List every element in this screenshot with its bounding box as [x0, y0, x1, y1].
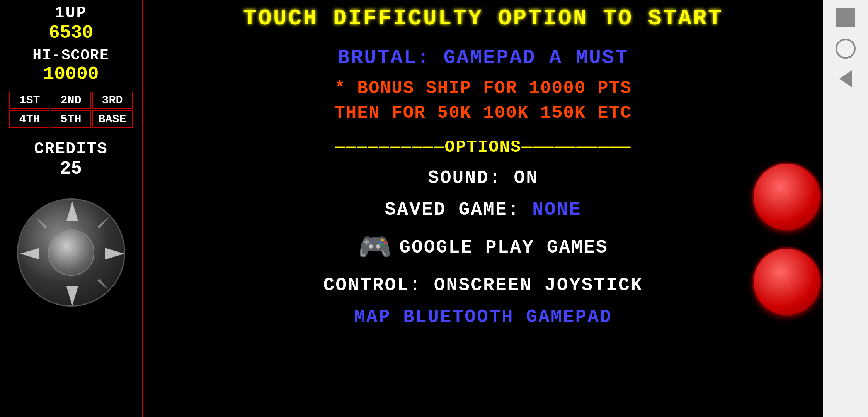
- bonus-text: * BONUS SHIP FOR 10000 PTS THEN FOR 50K …: [143, 76, 823, 126]
- credits-label: CREDITS: [34, 140, 107, 158]
- options-divider: ——————————OPTIONS——————————: [143, 137, 823, 157]
- bonus-line1: * BONUS SHIP FOR 10000 PTS: [143, 76, 823, 101]
- control-option[interactable]: CONTROL: ONSCREEN JOYSTICK: [143, 275, 823, 296]
- svg-marker-4: [36, 217, 47, 229]
- left-panel: 1UP 6530 HI-SCORE 10000 1ST 2ND 3RD 4TH …: [0, 0, 143, 417]
- joystick-inner[interactable]: [48, 229, 94, 276]
- android-back-button[interactable]: [839, 70, 852, 87]
- google-play-option[interactable]: 🎮 GOOGLE PLAY GAMES: [143, 231, 823, 264]
- player-score: 6530: [49, 22, 93, 43]
- action-button-a[interactable]: [752, 162, 822, 232]
- rank-4th: 4TH: [9, 110, 49, 128]
- rank-1st: 1ST: [9, 92, 49, 109]
- google-play-text: GOOGLE PLAY GAMES: [399, 237, 608, 258]
- saved-game-label: SAVED GAME:: [385, 199, 533, 220]
- rank-base: BASE: [92, 110, 133, 128]
- svg-marker-3: [105, 248, 124, 259]
- hi-score-label: HI-SCORE: [32, 47, 109, 64]
- joystick-outer[interactable]: [17, 198, 125, 307]
- rank-2nd: 2ND: [51, 92, 91, 109]
- android-home-button[interactable]: [836, 39, 856, 59]
- sound-option[interactable]: SOUND: ON: [143, 168, 823, 188]
- credits-value: 25: [60, 158, 82, 179]
- player-label: 1UP: [54, 4, 87, 22]
- bonus-line2: THEN FOR 50K 100K 150K ETC: [143, 101, 823, 125]
- action-button-b[interactable]: [752, 247, 822, 317]
- svg-marker-2: [20, 248, 39, 259]
- svg-marker-1: [66, 286, 78, 306]
- svg-marker-6: [36, 279, 47, 290]
- joystick-control[interactable]: [17, 198, 125, 307]
- game-title[interactable]: TOUCH DIFFICULTY OPTION TO START: [143, 6, 823, 31]
- android-recents-button[interactable]: [836, 8, 855, 27]
- rank-3rd: 3RD: [92, 92, 133, 109]
- rank-5th: 5TH: [51, 110, 91, 128]
- brutal-text[interactable]: BRUTAL: GAMEPAD A MUST: [143, 46, 823, 69]
- hi-score-value: 10000: [43, 64, 99, 85]
- svg-marker-0: [66, 202, 78, 221]
- options-label: OPTIONS: [445, 137, 522, 157]
- rank-grid: 1ST 2ND 3RD 4TH 5TH BASE: [9, 92, 132, 128]
- android-nav-panel: [823, 0, 868, 417]
- svg-marker-7: [97, 279, 109, 290]
- saved-game-option[interactable]: SAVED GAME: NONE: [143, 199, 823, 220]
- saved-game-value: NONE: [532, 199, 581, 220]
- gamepad-icon: 🎮: [358, 231, 391, 264]
- svg-marker-5: [97, 217, 109, 229]
- bluetooth-option[interactable]: MAP BLUETOOTH GAMEPAD: [143, 307, 823, 327]
- game-screen: TOUCH DIFFICULTY OPTION TO START BRUTAL:…: [143, 0, 823, 417]
